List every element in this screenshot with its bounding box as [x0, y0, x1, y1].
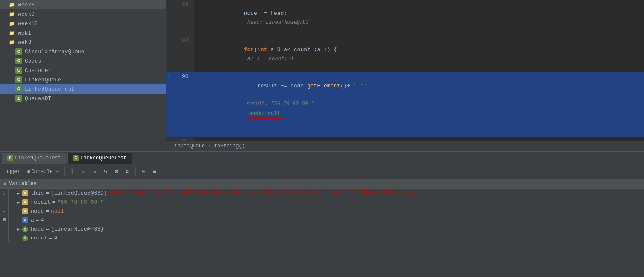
step-out-btn[interactable]: ↗ [89, 167, 100, 177]
var-row-a[interactable]: ▶ w a = 4 [9, 216, 644, 225]
code-line-89: 89 for(int a=0;a<=count ;a++) { a: 4 cou… [166, 36, 644, 72]
var-name: result [31, 199, 51, 205]
sidebar-item-label: wek1 [18, 30, 31, 36]
sidebar-item-week9[interactable]: 📁 week9 [0, 9, 166, 19]
nav-down-btn[interactable]: ↓ [1, 208, 8, 214]
var-error: Method threw 'java.lang.NullPointerExcep… [107, 190, 414, 196]
sidebar-item-wek3[interactable]: 📁 wek3 [0, 38, 166, 47]
side-nav-buttons: ↖ − ↓ ⊞ [0, 189, 9, 242]
sidebar-item-label: week10 [18, 20, 38, 27]
class-icon: C [7, 155, 13, 161]
var-row-this[interactable]: ▶ ≡ this = {LinkedQueue@669} Method thre… [9, 189, 644, 198]
code-line-90: → 90 result += node.getElement()+ " "; r… [166, 72, 644, 137]
expand-toggle[interactable]: ▶ [17, 227, 20, 232]
debug-toolbar: ugger ⊞ Console → ⤵ ↙ ↗ ↪ ✖ ⊳ ⊟ ≡ [0, 164, 644, 179]
nav-up-btn[interactable]: ↖ [1, 190, 8, 197]
sidebar-item-label: Codes [25, 58, 41, 64]
nav-minus-btn[interactable]: − [1, 199, 8, 206]
breakpoint-col[interactable] [166, 137, 175, 141]
code-content: node = head; head: LinearNode@783 [194, 0, 644, 36]
frames-btn[interactable]: ⊟ [138, 167, 149, 177]
var-row-node[interactable]: ▶ ≡ node = null [9, 207, 644, 216]
var-row-result[interactable]: ▶ ≡ result = "56 78 89 90 " [9, 198, 644, 207]
sidebar-item-linked-queue-test[interactable]: C LinkedQueueTest [0, 84, 166, 94]
step-over-btn[interactable]: ⤵ [67, 167, 78, 177]
var-type-icon: ≡ [22, 208, 28, 214]
var-row-count[interactable]: ▶ ⚙ count = 4 [9, 234, 644, 242]
tab-linked-queue-test-1[interactable]: C LinkedQueueTest [2, 153, 66, 164]
class-icon: C [73, 155, 79, 161]
breakpoint-col[interactable]: → [166, 72, 175, 137]
var-row-head[interactable]: ▶ ⚙ head = {LinearNode@783} [9, 225, 644, 234]
variables-icon: ≡ [3, 181, 6, 187]
step-out-icon: ↗ [93, 168, 96, 175]
var-type-icon: ≡ [22, 190, 28, 196]
debugger-label: ugger [3, 169, 23, 175]
tab-bar: C LinkedQueueTest C LinkedQueueTest [0, 152, 644, 164]
expand-toggle[interactable]: ▶ [17, 191, 20, 196]
code-line-91: 91 node = node.getNext(); [166, 137, 644, 141]
step-into-btn[interactable]: ↙ [78, 167, 89, 177]
var-value: 4 [41, 217, 44, 223]
sidebar-item-wek1[interactable]: 📁 wek1 [0, 28, 166, 38]
code-content: node = node.getNext(); [194, 137, 644, 141]
sidebar-item-queue-adt[interactable]: I QueueADT [0, 94, 166, 103]
var-name: this [31, 190, 44, 196]
var-name: a [31, 217, 34, 223]
step-over-icon: ⤵ [71, 168, 74, 175]
folder-icon: 📁 [9, 29, 15, 36]
var-eq: = [46, 208, 49, 214]
sidebar-item-week8[interactable]: 📁 week8 [0, 0, 166, 9]
variables-icon: ≡ [153, 168, 156, 175]
sidebar-item-codes[interactable]: C Codes [0, 56, 166, 66]
var-type-icon: ⚙ [22, 226, 28, 232]
folder-icon: 📁 [9, 11, 15, 17]
expand-toggle[interactable]: ▶ [17, 200, 20, 205]
file-tree: 📁 week8 📁 week9 📁 week10 📁 wek1 📁 wek3 C… [0, 0, 166, 151]
sidebar-item-circular-array-queue[interactable]: C CircularArrayQueue [0, 47, 166, 56]
sidebar-item-label: Customer [25, 67, 51, 74]
folder-icon: 📁 [9, 1, 15, 8]
breadcrumb: LinkedQueue › toString() [166, 141, 644, 151]
code-content: for(int a=0;a<=count ;a++) { a: 4 count:… [194, 36, 644, 72]
variables-btn[interactable]: ≡ [150, 167, 160, 177]
class-icon: C [15, 67, 22, 74]
console-label: Console → [31, 169, 59, 175]
resume-icon: ⊳ [126, 168, 129, 175]
tab-label: LinkedQueueTest [80, 155, 126, 161]
sidebar-item-week10[interactable]: 📁 week10 [0, 19, 166, 28]
variables-title: Variables [9, 181, 37, 187]
sidebar-item-customer[interactable]: C Customer [0, 66, 166, 75]
sidebar-item-label: CircularArrayQueue [25, 49, 84, 55]
line-number: 90 [175, 72, 194, 137]
evaluate-btn[interactable]: ✖ [112, 167, 122, 177]
resume-btn[interactable]: ⊳ [123, 167, 133, 177]
var-eq: = [36, 217, 39, 223]
console-button[interactable]: ⊞ Console → [24, 167, 62, 177]
sidebar-item-label: week8 [18, 2, 34, 8]
run-to-cursor-btn[interactable]: ↪ [101, 167, 111, 177]
folder-icon: 📁 [9, 39, 15, 46]
var-type-icon: w [22, 217, 28, 223]
class-icon: C [15, 76, 22, 83]
sidebar-item-label: LinkedQueueTest [25, 86, 75, 92]
tab-linked-queue-test-2[interactable]: C LinkedQueueTest [67, 153, 132, 164]
variables-panel: ≡ Variables ↖ − ↓ ⊞ ▶ ≡ this = {LinkedQu… [0, 179, 644, 277]
breakpoint-col[interactable] [166, 36, 175, 72]
var-value: "56 78 89 90 " [58, 199, 104, 205]
sidebar-item-label: wek3 [18, 39, 31, 46]
var-eq: = [49, 235, 52, 241]
variable-rows: ▶ ≡ this = {LinkedQueue@669} Method thre… [9, 189, 644, 242]
var-name: node [31, 208, 44, 214]
var-eq: = [46, 226, 49, 232]
node-null-highlight: node: null [247, 109, 282, 119]
code-line-88: 88 node = head; head: LinearNode@783 [166, 0, 644, 36]
var-eq: = [46, 190, 49, 196]
nav-copy-btn[interactable]: ⊞ [1, 216, 8, 223]
console-icon: ⊞ [27, 168, 30, 175]
var-value: {LinkedQueue@669} [51, 190, 107, 196]
breakpoint-col[interactable] [166, 0, 175, 36]
code-content: result += node.getElement()+ " "; result… [194, 72, 644, 137]
bottom-panel: C LinkedQueueTest C LinkedQueueTest ugge… [0, 151, 644, 277]
sidebar-item-linked-queue[interactable]: C LinkedQueue [0, 75, 166, 84]
